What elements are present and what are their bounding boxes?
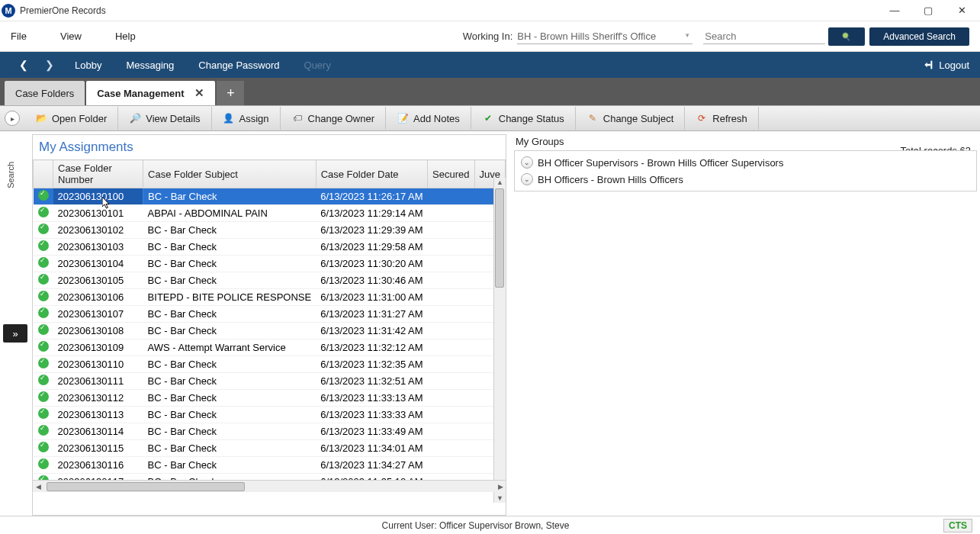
table-row[interactable]: 202306130100BC - Bar Check6/13/2023 11:2… <box>34 188 506 205</box>
status-ok-icon <box>38 358 49 368</box>
table-row[interactable]: 202306130115BC - Bar Check6/13/2023 11:3… <box>34 440 506 457</box>
close-window-button[interactable]: ✕ <box>945 0 978 21</box>
table-row[interactable]: 202306130105BC - Bar Check6/13/2023 11:3… <box>34 272 506 289</box>
nav-forward-icon[interactable]: ❯ <box>37 59 63 71</box>
nav-change-password[interactable]: Change Password <box>198 60 279 71</box>
table-row[interactable]: 202306130117BC - Bar Check6/13/2023 11:3… <box>34 474 506 481</box>
scroll-thumb[interactable] <box>495 188 504 288</box>
column-secured[interactable]: Secured <box>428 160 474 188</box>
change-status-button[interactable]: ✔Change Status <box>471 107 576 130</box>
toolbar-label: Add Notes <box>413 113 460 124</box>
column-number[interactable]: Case Folder Number <box>53 160 143 188</box>
toolbar-label: Change Status <box>499 113 564 124</box>
table-row[interactable]: 202306130107BC - Bar Check6/13/2023 11:3… <box>34 306 506 323</box>
change-subject-button[interactable]: ✎Change Subject <box>576 107 686 130</box>
scroll-down-icon[interactable]: ▼ <box>496 494 503 502</box>
scroll-right-icon[interactable]: ▶ <box>495 483 506 491</box>
cell-subject: BC - Bar Check <box>143 423 316 440</box>
table-row[interactable]: 202306130109AWS - Attempt Warrant Servic… <box>34 339 506 356</box>
minimize-button[interactable]: — <box>878 0 911 21</box>
cell-number: 202306130108 <box>53 323 143 339</box>
open-folder-button[interactable]: 📂Open Folder <box>24 107 118 130</box>
cell-secured <box>428 289 474 306</box>
status-ok-icon <box>38 408 49 419</box>
tab-case-management[interactable]: Case Management ✕ <box>86 81 215 105</box>
tab-case-folders[interactable]: Case Folders <box>5 81 85 105</box>
table-row[interactable]: 202306130104BC - Bar Check6/13/2023 11:3… <box>34 256 506 272</box>
group-row[interactable]: ⌄ BH Officer Supervisors - Brown Hills O… <box>521 154 970 171</box>
search-button[interactable] <box>828 27 865 46</box>
nav-query: Query <box>304 60 331 71</box>
office-select[interactable]: BH - Brown Hills Sheriff's Office <box>517 29 692 44</box>
cell-date: 6/13/2023 11:32:51 AM <box>316 373 427 390</box>
menu-help[interactable]: Help <box>115 31 136 42</box>
window-title: PremierOne Records <box>20 5 106 16</box>
cell-date: 6/13/2023 11:29:58 AM <box>316 239 427 256</box>
assign-icon: 👤 <box>223 112 235 124</box>
app-logo-icon: M <box>2 4 15 18</box>
table-row[interactable]: 202306130113BC - Bar Check6/13/2023 11:3… <box>34 407 506 423</box>
chevron-down-icon[interactable]: ⌄ <box>521 173 533 185</box>
menubar: File View Help Working In: BH - Brown Hi… <box>0 21 980 52</box>
nav-back-icon[interactable]: ❮ <box>11 59 37 71</box>
tab-close-icon[interactable]: ✕ <box>194 86 204 100</box>
table-vertical-scrollbar[interactable]: ▲ ▼ <box>493 178 506 503</box>
table-row[interactable]: 202306130103BC - Bar Check6/13/2023 11:2… <box>34 239 506 256</box>
scroll-up-icon[interactable]: ▲ <box>496 179 503 186</box>
column-subject[interactable]: Case Folder Subject <box>143 160 316 188</box>
table-row[interactable]: 202306130112BC - Bar Check6/13/2023 11:3… <box>34 390 506 407</box>
group-label: BH Officers - Brown Hills Officers <box>538 174 683 185</box>
cell-secured <box>428 239 474 256</box>
cell-number: 202306130116 <box>53 457 143 474</box>
panel-expand-icon[interactable]: ▸ <box>5 111 20 126</box>
cell-number: 202306130101 <box>53 205 143 222</box>
table-row[interactable]: 202306130102BC - Bar Check6/13/2023 11:2… <box>34 222 506 239</box>
cell-secured <box>428 272 474 289</box>
assign-button[interactable]: 👤Assign <box>212 107 281 130</box>
add-notes-button[interactable]: 📝Add Notes <box>386 107 471 130</box>
menu-file[interactable]: File <box>11 31 27 42</box>
owner-icon: 🏷 <box>291 112 304 124</box>
table-row[interactable]: 202306130101ABPAI - ABDOMINAL PAIN6/13/2… <box>34 205 506 222</box>
group-row[interactable]: ⌄ BH Officers - Brown Hills Officers <box>521 171 970 188</box>
scroll-left-icon[interactable]: ◀ <box>33 483 43 491</box>
cell-date: 6/13/2023 11:29:14 AM <box>316 205 427 222</box>
cell-secured <box>428 390 474 407</box>
table-row[interactable]: 202306130106BITEPD - BITE POLICE RESPONS… <box>34 289 506 306</box>
status-ok-icon <box>38 341 49 352</box>
column-date[interactable]: Case Folder Date <box>316 160 427 188</box>
table-horizontal-scrollbar[interactable]: ◀ ▶ <box>33 480 506 492</box>
table-row[interactable]: 202306130111BC - Bar Check6/13/2023 11:3… <box>34 373 506 390</box>
cell-secured <box>428 306 474 323</box>
logout-button[interactable]: Logout <box>922 59 969 71</box>
refresh-button[interactable]: ⟳Refresh <box>685 107 759 130</box>
maximize-button[interactable]: ▢ <box>911 0 945 21</box>
status-ok-icon <box>38 291 49 301</box>
content: » My Assignments Case Folder Number Case… <box>0 131 980 516</box>
tab-label: Case Management <box>97 88 184 99</box>
assignments-heading: My Assignments <box>33 135 506 159</box>
column-status[interactable] <box>34 160 53 188</box>
refresh-icon: ⟳ <box>696 112 708 124</box>
table-row[interactable]: 202306130108BC - Bar Check6/13/2023 11:3… <box>34 323 506 339</box>
cell-secured <box>428 188 474 205</box>
cell-secured <box>428 323 474 339</box>
add-tab-button[interactable]: + <box>217 81 244 105</box>
scroll-thumb[interactable] <box>47 482 245 491</box>
working-in-label: Working In: <box>463 31 513 42</box>
toolbar-label: Change Subject <box>603 113 674 124</box>
change-owner-button[interactable]: 🏷Change Owner <box>281 107 386 130</box>
cell-number: 202306130105 <box>53 272 143 289</box>
view-details-button[interactable]: 🔎View Details <box>118 107 211 130</box>
advanced-search-button[interactable]: Advanced Search <box>869 27 969 46</box>
table-row[interactable]: 202306130110BC - Bar Check6/13/2023 11:3… <box>34 356 506 373</box>
side-expand-button[interactable]: » <box>3 324 27 343</box>
table-row[interactable]: 202306130114BC - Bar Check6/13/2023 11:3… <box>34 423 506 440</box>
nav-lobby[interactable]: Lobby <box>75 60 101 71</box>
nav-messaging[interactable]: Messaging <box>126 60 174 71</box>
menu-view[interactable]: View <box>60 31 82 42</box>
table-row[interactable]: 202306130116BC - Bar Check6/13/2023 11:3… <box>34 457 506 474</box>
chevron-down-icon[interactable]: ⌄ <box>521 156 533 169</box>
assignments-table[interactable]: Case Folder Number Case Folder Subject C… <box>33 159 506 480</box>
search-input[interactable] <box>703 29 825 44</box>
